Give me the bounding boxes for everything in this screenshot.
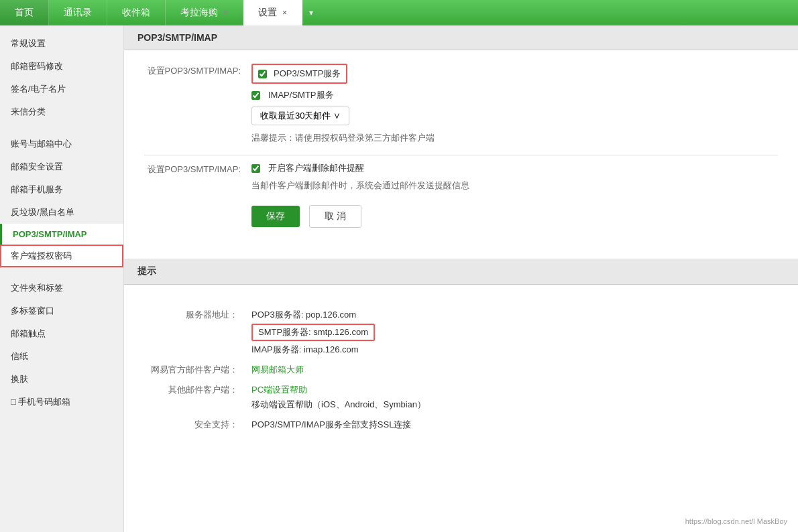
nav-dropdown-button[interactable]: ▾: [302, 0, 320, 25]
official-client-label: 网易官方邮件客户端：: [144, 360, 245, 380]
smtp-server-row: SMTP服务器: smtp.126.com: [251, 324, 771, 341]
nav-tab-home-label: 首页: [15, 7, 34, 19]
cancel-button[interactable]: 取 消: [309, 205, 361, 228]
sidebar-divider-2: [0, 267, 123, 277]
imap-smtp-label: IMAP/SMTP服务: [268, 89, 334, 101]
form-content-delete: 开启客户端删除邮件提醒 当邮件客户端删除邮件时，系统会通过邮件发送提醒信息: [251, 162, 778, 192]
form-content-pop3: POP3/SMTP服务 IMAP/SMTP服务 收取最近30天邮件 ∨: [251, 64, 778, 144]
buttons-row: 保存 取 消: [144, 205, 778, 228]
collect-range-row: 收取最近30天邮件 ∨: [251, 107, 778, 125]
nav-tab-inbox[interactable]: 收件箱: [107, 0, 166, 25]
sidebar: 常规设置 邮箱密码修改 签名/电子名片 来信分类 账号与邮箱中心 邮箱安全设置 …: [0, 25, 124, 532]
sidebar-item-account-center[interactable]: 账号与邮箱中心: [0, 133, 123, 155]
tips-body: 服务器地址： POP3服务器: pop.126.com SMTP服务器: smt…: [124, 291, 798, 448]
imap-server-value: IMAP服务器: imap.126.com: [251, 344, 771, 356]
other-client-values: PC端设置帮助 移动端设置帮助（iOS、Android、Symbian）: [245, 380, 778, 415]
nav-tab-contacts-label: 通讯录: [64, 7, 92, 19]
tips-table: 服务器地址： POP3服务器: pop.126.com SMTP服务器: smt…: [144, 305, 778, 435]
pc-help-anchor[interactable]: PC端设置帮助: [251, 385, 307, 395]
tips-row-official-client: 网易官方邮件客户端： 网易邮箱大师: [144, 360, 778, 380]
hint-text: 温馨提示：请使用授权码登录第三方邮件客户端: [251, 132, 778, 144]
buttons-label-spacer: [144, 205, 251, 206]
mobile-help: 移动端设置帮助（iOS、Android、Symbian）: [251, 399, 771, 411]
dropdown-arrow-icon: ▾: [309, 8, 313, 17]
nav-tab-home[interactable]: 首页: [0, 0, 49, 25]
sidebar-item-mail-filter[interactable]: 来信分类: [0, 101, 123, 123]
close-settings-icon[interactable]: ×: [282, 9, 287, 17]
pop3-smtp-checkbox-row: POP3/SMTP服务: [251, 64, 778, 84]
main-content: POP3/SMTP/IMAP 设置POP3/SMTP/IMAP: POP3/SM…: [124, 25, 798, 532]
nav-tab-settings-label: 设置: [258, 7, 277, 19]
form-row-pop3: 设置POP3/SMTP/IMAP: POP3/SMTP服务 IMAP/SMTP服…: [144, 64, 778, 144]
delete-reminder-label: 开启客户端删除邮件提醒: [268, 162, 364, 174]
official-client-value: 网易邮箱大师: [245, 360, 778, 380]
nav-tab-settings[interactable]: 设置 ×: [243, 0, 302, 25]
form-label-pop3: 设置POP3/SMTP/IMAP:: [144, 64, 251, 77]
smtp-server-value: SMTP服务器: smtp.126.com: [258, 327, 368, 337]
pop3-smtp-highlight-box: POP3/SMTP服务: [251, 64, 347, 84]
sidebar-divider-1: [0, 123, 123, 133]
sidebar-item-skin[interactable]: 换肤: [0, 368, 123, 391]
security-value: POP3/SMTP/IMAP服务全部支持SSL连接: [245, 415, 778, 435]
section1-body: 设置POP3/SMTP/IMAP: POP3/SMTP服务 IMAP/SMTP服…: [124, 50, 798, 252]
delete-reminder-checkbox-row: 开启客户端删除邮件提醒: [251, 162, 778, 174]
nav-tab-inbox-label: 收件箱: [122, 7, 150, 19]
delete-reminder-hint: 当邮件客户端删除邮件时，系统会通过邮件发送提醒信息: [251, 180, 778, 192]
sidebar-item-password-change[interactable]: 邮箱密码修改: [0, 55, 123, 78]
pop3-smtp-checkbox[interactable]: [258, 70, 267, 78]
top-nav: 首页 通讯录 收件箱 考拉海购 × 设置 × ▾: [0, 0, 798, 25]
nav-tab-kaola-label: 考拉海购: [180, 7, 218, 19]
collect-range-label: 收取最近30天邮件 ∨: [260, 110, 341, 122]
nav-tab-contacts[interactable]: 通讯录: [49, 0, 107, 25]
sidebar-item-signature[interactable]: 签名/电子名片: [0, 78, 123, 101]
security-label: 安全支持：: [144, 415, 245, 435]
main-layout: 常规设置 邮箱密码修改 签名/电子名片 来信分类 账号与邮箱中心 邮箱安全设置 …: [0, 25, 798, 532]
tips-row-security: 安全支持： POP3/SMTP/IMAP服务全部支持SSL连接: [144, 415, 778, 435]
nav-tab-kaola[interactable]: 考拉海购 ×: [166, 0, 243, 25]
form-label-delete: 设置POP3/SMTP/IMAP:: [144, 162, 251, 176]
server-label: 服务器地址：: [144, 305, 245, 360]
collect-range-dropdown[interactable]: 收取最近30天邮件 ∨: [251, 107, 349, 125]
buttons-content: 保存 取 消: [251, 205, 778, 228]
delete-reminder-checkbox[interactable]: [251, 164, 260, 173]
sidebar-item-general-settings[interactable]: 常规设置: [0, 32, 123, 55]
sidebar-item-multi-tab[interactable]: 多标签窗口: [0, 300, 123, 322]
close-kaola-icon[interactable]: ×: [223, 9, 228, 17]
sidebar-item-folders-tags[interactable]: 文件夹和标签: [0, 277, 123, 300]
tips-row-other-clients: 其他邮件客户端： PC端设置帮助 移动端设置帮助（iOS、Android、Sym…: [144, 380, 778, 415]
pop3-smtp-label: POP3/SMTP服务: [274, 68, 341, 80]
tips-section-header: 提示: [124, 259, 798, 285]
sidebar-item-pop3-imap[interactable]: POP3/SMTP/IMAP: [0, 224, 123, 245]
imap-smtp-checkbox[interactable]: [251, 91, 260, 100]
sidebar-item-mail-touchpoint[interactable]: 邮箱触点: [0, 322, 123, 345]
section1-header: POP3/SMTP/IMAP: [124, 25, 798, 50]
smtp-server-highlight: SMTP服务器: smtp.126.com: [251, 324, 375, 341]
save-button[interactable]: 保存: [251, 206, 300, 227]
tips-row-servers: 服务器地址： POP3服务器: pop.126.com SMTP服务器: smt…: [144, 305, 778, 360]
sidebar-item-auth-password[interactable]: 客户端授权密码: [0, 245, 123, 267]
sidebar-item-phone-mailbox[interactable]: □ 手机号码邮箱: [0, 391, 123, 413]
other-client-label: 其他邮件客户端：: [144, 380, 245, 415]
footer-watermark: https://blog.csdn.net/l MaskBoy: [685, 517, 787, 525]
sidebar-item-mobile-service[interactable]: 邮箱手机服务: [0, 178, 123, 201]
section-sep-1: [144, 155, 778, 155]
sidebar-item-security-settings[interactable]: 邮箱安全设置: [0, 155, 123, 178]
pc-help-link: PC端设置帮助: [251, 384, 771, 396]
sidebar-item-antispam[interactable]: 反垃圾/黑白名单: [0, 201, 123, 224]
server-values: POP3服务器: pop.126.com SMTP服务器: smtp.126.c…: [245, 305, 778, 360]
pop3-server-value: POP3服务器: pop.126.com: [251, 309, 771, 321]
sidebar-item-stationery[interactable]: 信纸: [0, 345, 123, 368]
form-row-delete-reminder: 设置POP3/SMTP/IMAP: 开启客户端删除邮件提醒 当邮件客户端删除邮件…: [144, 162, 778, 192]
official-client-link[interactable]: 网易邮箱大师: [251, 364, 304, 375]
imap-smtp-checkbox-row: IMAP/SMTP服务: [251, 89, 778, 101]
